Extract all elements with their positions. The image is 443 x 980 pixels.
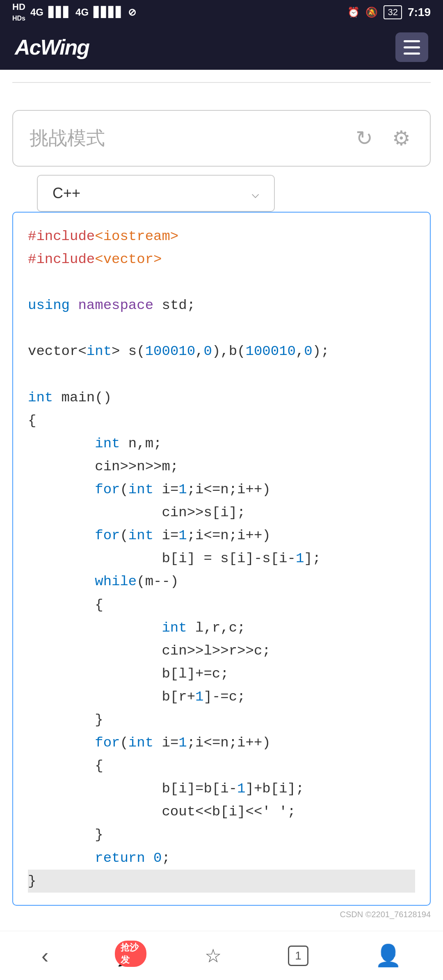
refresh-button[interactable]: ↻ xyxy=(352,126,377,151)
code-line-2: #include<vector> xyxy=(28,248,415,271)
code-line-for1: for(int i=1;i<=n;i++) xyxy=(28,478,415,501)
status-4g-icon: 4G xyxy=(30,7,43,18)
code-line-blank2 xyxy=(28,317,415,340)
star-icon: ☆ xyxy=(205,945,222,967)
header: AcWing xyxy=(0,25,443,70)
code-line-blank3 xyxy=(28,363,415,386)
alarm-icon: ⏰ xyxy=(347,7,360,18)
count-button[interactable]: 1 xyxy=(288,946,308,966)
back-icon: ‹ xyxy=(41,943,48,968)
code-line-brace4: { xyxy=(28,754,415,777)
code-line-for3: for(int i=1;i<=n;i++) xyxy=(28,731,415,754)
hot-badge: 抢沙发 xyxy=(115,941,146,967)
avatar-icon: 👤 xyxy=(375,943,402,968)
menu-line-3 xyxy=(404,53,420,55)
code-line-brace2: { xyxy=(28,593,415,616)
back-button[interactable]: ‹ xyxy=(41,943,48,968)
code-line-cin3: cin>>l>>r>>c; xyxy=(28,639,415,662)
count-label: 1 xyxy=(295,949,301,962)
language-label: C++ xyxy=(53,185,80,202)
bottom-navigation: ‹ 💬 抢沙发 ☆ 1 👤 xyxy=(0,931,443,980)
watermark: CSDN ©2201_76128194 xyxy=(0,910,443,923)
status-right-icons: ⏰ 🔕 32 7:19 xyxy=(347,5,431,19)
code-line-cout: cout<<b[i]<<' '; xyxy=(28,800,415,823)
code-line-1: #include<iostream> xyxy=(28,225,415,248)
code-line-vector: vector<int> s(100010,0),b(100010,0); xyxy=(28,340,415,363)
code-line-while: while(m--) xyxy=(28,570,415,593)
code-line-bl-plus: b[l]+=c; xyxy=(28,662,415,685)
code-editor[interactable]: #include<iostream> #include<vector> usin… xyxy=(12,212,431,906)
refresh-icon: ↻ xyxy=(356,126,373,150)
menu-button[interactable] xyxy=(395,32,428,62)
code-line-br-minus: b[r+1]-=c; xyxy=(28,685,415,708)
status-signal2-icon: ▋▋▋▋ xyxy=(94,7,123,18)
status-left-icons: HDHDs 4G ▋▋▋ 4G ▋▋▋▋ ⊘ xyxy=(12,2,136,23)
code-line-bi-assign: b[i] = s[i]-s[i-1]; xyxy=(28,547,415,570)
code-line-lrc: int l,r,c; xyxy=(28,616,415,639)
code-line-for2: for(int i=1;i<=n;i++) xyxy=(28,524,415,547)
code-line-brace1: { xyxy=(28,409,415,432)
gear-icon: ⚙ xyxy=(392,126,411,150)
language-selector[interactable]: C++ ⌵ xyxy=(37,175,275,212)
app-logo: AcWing xyxy=(15,35,89,60)
status-signal1-icon: ▋▋▋ xyxy=(48,7,71,18)
status-bar: HDHDs 4G ▋▋▋ 4G ▋▋▋▋ ⊘ ⏰ 🔕 32 7:19 xyxy=(0,0,443,25)
bell-off-icon: 🔕 xyxy=(365,7,378,18)
code-line-cin1: cin>>n>>m; xyxy=(28,455,415,478)
code-line-bi-sum: b[i]=b[i-1]+b[i]; xyxy=(28,777,415,800)
status-4g2-icon: 4G xyxy=(75,7,89,18)
code-line-main: int main() xyxy=(28,386,415,409)
code-line-nm: int n,m; xyxy=(28,432,415,455)
code-line-cin2: cin>>s[i]; xyxy=(28,501,415,524)
star-button[interactable]: ☆ xyxy=(205,945,222,967)
code-line-brace3-close: } xyxy=(28,708,415,731)
count-box: 1 xyxy=(288,946,308,966)
menu-line-2 xyxy=(404,46,420,48)
comment-button[interactable]: 💬 抢沙发 xyxy=(115,945,138,967)
avatar-button[interactable]: 👤 xyxy=(375,943,402,968)
code-line-return: return 0; xyxy=(28,847,415,870)
challenge-mode-card: 挑战模式 ↻ ⚙ xyxy=(12,110,431,167)
code-line-brace-main-close: } xyxy=(28,870,415,893)
challenge-mode-title: 挑战模式 xyxy=(30,126,105,151)
code-line-using: using namespace std; xyxy=(28,294,415,317)
code-line-blank1 xyxy=(28,271,415,294)
battery-icon: 32 xyxy=(384,5,402,19)
code-line-brace4-close: } xyxy=(28,823,415,846)
chevron-down-icon: ⌵ xyxy=(251,185,259,201)
menu-line-1 xyxy=(404,40,420,42)
status-time: 7:19 xyxy=(408,6,431,19)
settings-button[interactable]: ⚙ xyxy=(389,126,413,151)
status-slash-icon: ⊘ xyxy=(128,7,136,18)
challenge-icons: ↻ ⚙ xyxy=(352,126,413,151)
status-hd-icon: HDHDs xyxy=(12,2,25,23)
